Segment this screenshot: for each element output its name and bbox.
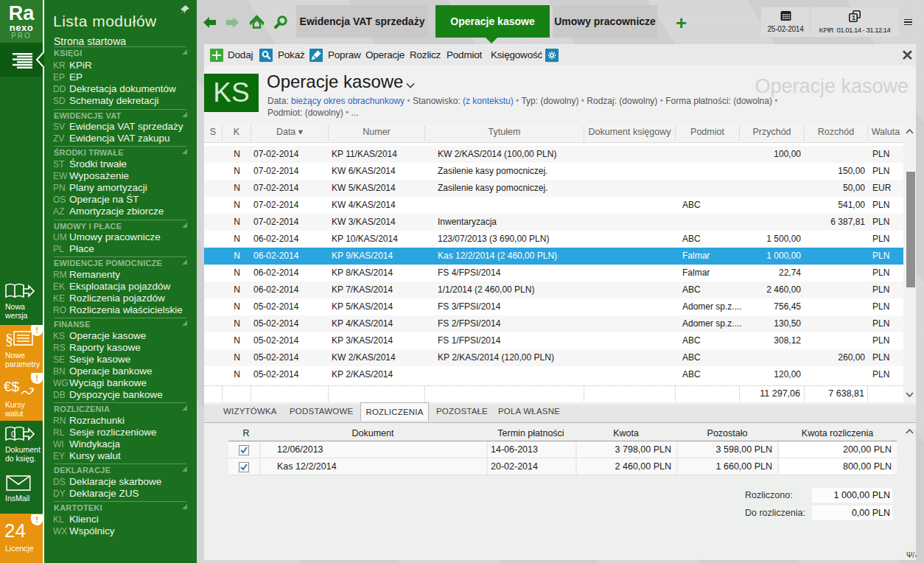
svg-text:0: 0 (11, 430, 15, 438)
svg-text:§: § (5, 330, 13, 348)
svg-text:1: 1 (852, 14, 855, 21)
svg-text:€$: €$ (4, 379, 20, 394)
